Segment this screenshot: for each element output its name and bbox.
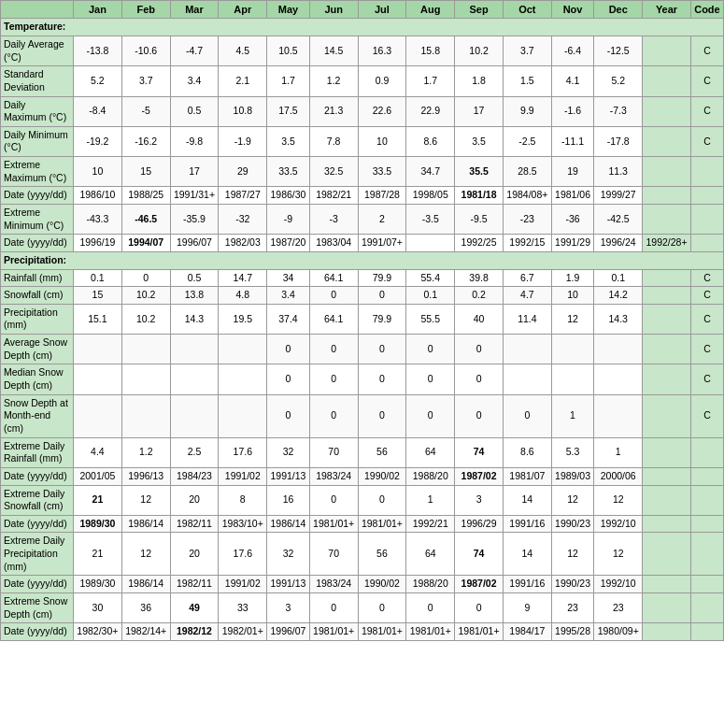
data-cell: 1.5 xyxy=(503,66,551,96)
data-cell: 14.7 xyxy=(219,269,267,287)
data-cell xyxy=(170,394,219,437)
data-cell: 1992/10 xyxy=(594,576,643,593)
data-cell: 1986/10 xyxy=(74,187,122,205)
data-cell: 1996/24 xyxy=(594,235,643,252)
data-cell: 0 xyxy=(267,335,310,364)
data-cell: 1981/01+ xyxy=(358,623,406,641)
data-cell: -32 xyxy=(219,204,267,234)
data-cell: -35.9 xyxy=(170,204,219,234)
data-cell: 29 xyxy=(219,157,267,187)
data-cell: 14.3 xyxy=(594,304,643,334)
data-cell xyxy=(170,364,219,394)
data-cell: C xyxy=(690,287,723,305)
data-cell: 1991/02 xyxy=(219,576,267,593)
data-cell: 0 xyxy=(358,593,406,623)
data-cell: 3.5 xyxy=(267,126,310,156)
data-cell: 5.2 xyxy=(74,66,122,96)
data-cell: 0.1 xyxy=(406,287,455,305)
data-cell: 22.9 xyxy=(406,96,455,126)
data-cell: -5 xyxy=(121,96,170,126)
data-cell: 35.5 xyxy=(455,157,504,187)
data-cell: 0 xyxy=(309,287,358,305)
data-cell: 28.5 xyxy=(503,157,551,187)
data-cell: 10 xyxy=(358,126,406,156)
data-cell: 10.2 xyxy=(121,304,170,334)
data-cell xyxy=(643,157,691,187)
data-cell: 0.2 xyxy=(455,287,504,305)
data-cell: 8.6 xyxy=(406,126,455,156)
data-cell: 11.3 xyxy=(594,157,643,187)
data-cell: 14 xyxy=(503,485,551,515)
data-cell: 10 xyxy=(551,287,594,305)
header-month-oct: Oct xyxy=(503,1,551,19)
data-cell: 1991/07+ xyxy=(358,235,406,252)
data-cell: -2.5 xyxy=(503,126,551,156)
row-label: Daily Minimum (°C) xyxy=(1,126,74,156)
table-row: Daily Minimum (°C)-19.2-16.2-9.8-1.93.57… xyxy=(1,126,724,156)
data-cell: 5.3 xyxy=(551,437,594,467)
table-row: Date (yyyy/dd)1996/191994/071996/071982/… xyxy=(1,235,724,252)
header-month-code: Code xyxy=(690,1,723,19)
data-cell: 15 xyxy=(121,157,170,187)
data-cell: 1982/03 xyxy=(219,235,267,252)
data-cell: -8.4 xyxy=(74,96,122,126)
data-cell: 0 xyxy=(121,269,170,287)
data-cell: 17.6 xyxy=(219,437,267,467)
header-month-nov: Nov xyxy=(551,1,594,19)
data-cell: 17 xyxy=(455,96,504,126)
data-cell: 1983/24 xyxy=(309,467,358,485)
data-cell: 1982/30+ xyxy=(74,623,122,641)
table-row: Date (yyyy/dd)1989/301986/141982/111991/… xyxy=(1,576,724,593)
data-cell: 1982/14+ xyxy=(121,623,170,641)
row-label: Daily Average (°C) xyxy=(1,36,74,65)
data-cell: 1988/20 xyxy=(406,576,455,593)
data-cell: 55.4 xyxy=(406,269,455,287)
data-cell: 12 xyxy=(121,533,170,576)
table-row: Snowfall (cm)1510.213.84.83.4000.10.24.7… xyxy=(1,287,724,305)
data-cell: 0 xyxy=(503,394,551,437)
data-cell: 0 xyxy=(309,335,358,364)
data-cell: 1998/05 xyxy=(406,187,455,205)
data-cell: 0 xyxy=(309,394,358,437)
data-cell xyxy=(643,126,691,156)
data-cell xyxy=(121,394,170,437)
data-cell: 15 xyxy=(74,287,122,305)
header-month-jun: Jun xyxy=(309,1,358,19)
data-cell: -10.6 xyxy=(121,36,170,65)
data-cell: 1 xyxy=(594,437,643,467)
data-cell xyxy=(690,437,723,467)
data-cell: 1983/10+ xyxy=(219,515,267,533)
table-row: Date (yyyy/dd)1982/30+1982/14+1982/12198… xyxy=(1,623,724,641)
row-label: Date (yyyy/dd) xyxy=(1,187,74,205)
data-cell: 1992/21 xyxy=(406,515,455,533)
data-cell xyxy=(690,204,723,234)
header-month-apr: Apr xyxy=(219,1,267,19)
data-cell: C xyxy=(690,364,723,394)
data-cell: 33.5 xyxy=(358,157,406,187)
data-cell: 0 xyxy=(358,287,406,305)
data-cell: 2.5 xyxy=(170,437,219,467)
data-cell: 49 xyxy=(170,593,219,623)
table-row: Snow Depth at Month-end (cm)0000001C xyxy=(1,394,724,437)
row-label: Date (yyyy/dd) xyxy=(1,515,74,533)
table-row: Rainfall (mm)0.100.514.73464.179.955.439… xyxy=(1,269,724,287)
row-label: Snowfall (cm) xyxy=(1,287,74,305)
data-cell: 12 xyxy=(551,485,594,515)
data-cell: 32 xyxy=(267,533,310,576)
data-cell: 8 xyxy=(219,485,267,515)
data-cell: 1992/28+ xyxy=(643,235,691,252)
data-cell: 1987/27 xyxy=(219,187,267,205)
data-cell: 1986/30 xyxy=(267,187,310,205)
data-cell: 1992/15 xyxy=(503,235,551,252)
data-cell xyxy=(643,364,691,394)
header-month-may: May xyxy=(267,1,310,19)
header-month-dec: Dec xyxy=(594,1,643,19)
data-cell: 16.3 xyxy=(358,36,406,65)
row-label: Date (yyyy/dd) xyxy=(1,467,74,485)
header-month-jan: Jan xyxy=(74,1,122,19)
data-cell xyxy=(643,576,691,593)
table-row: Date (yyyy/dd)2001/051996/131984/231991/… xyxy=(1,467,724,485)
row-label: Date (yyyy/dd) xyxy=(1,235,74,252)
data-cell: -16.2 xyxy=(121,126,170,156)
table-row: Extreme Daily Precipitation (mm)21122017… xyxy=(1,533,724,576)
